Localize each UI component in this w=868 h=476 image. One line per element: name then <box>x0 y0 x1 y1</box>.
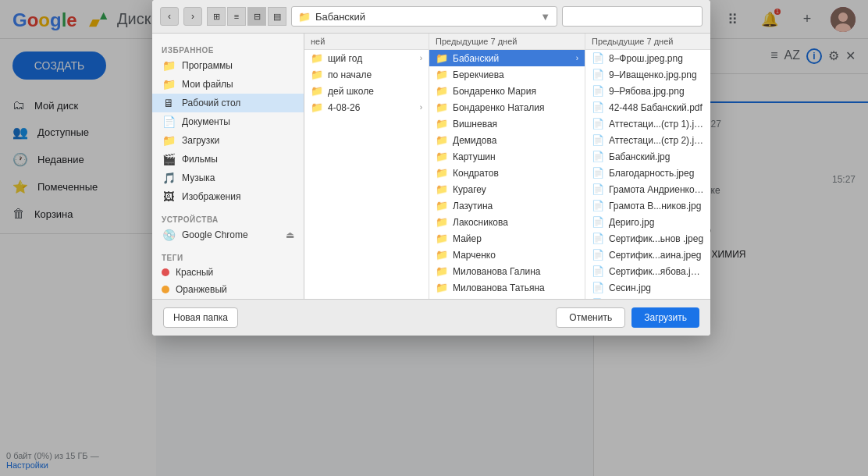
desktop-label: Рабочий стол <box>182 98 240 108</box>
list-item[interactable]: 📄Аттестаци...(стр 1).jpg <box>585 115 710 132</box>
sidebar-music[interactable]: 🎵 Музыка <box>152 169 304 187</box>
list-item[interactable]: 📁Миронова Екатерина <box>429 296 585 299</box>
list-item[interactable]: 📁Лакосникова <box>429 214 585 230</box>
sidebar-myfiles[interactable]: 📁 Мои файлы <box>152 75 304 94</box>
list-item[interactable]: 📄42-448 Бабанский.pdf <box>585 99 710 115</box>
list-item[interactable]: 📁 Бабанский › <box>429 50 585 66</box>
folder-icon: 📁 <box>436 52 448 64</box>
sidebar-programs[interactable]: 📁 Программы <box>152 56 304 75</box>
sidebar-images[interactable]: 🖼 Изображения <box>152 187 304 206</box>
folder-icon: 📁 <box>436 249 448 261</box>
list-item[interactable]: 📁 по началe <box>304 66 429 83</box>
dialog-toolbar: ‹ › ⊞ ≡ ⊟ ▤ 📁 Бабанский ▼ <box>152 0 710 34</box>
list-item[interactable]: 📄9–Рябова.jpg.png <box>585 83 710 99</box>
list-item[interactable]: 📁Бондаренко Мария <box>429 83 585 99</box>
list-item[interactable]: 📁Демидова <box>429 132 585 148</box>
folder-icon: 📁 <box>311 52 323 64</box>
file-icon: 📄 <box>592 52 604 64</box>
list-item[interactable]: 📁 дей школе <box>304 83 429 99</box>
list-item[interactable]: 📄Сесин.jpg <box>585 279 710 296</box>
myfiles-icon: 📁 <box>162 78 176 91</box>
chrome-label: Google Chrome <box>182 229 248 240</box>
new-folder-button[interactable]: Новая папка <box>163 307 238 328</box>
folder-icon: 📁 <box>436 183 448 195</box>
list-item[interactable]: 📁Картушин <box>429 148 585 165</box>
list-item[interactable]: 📁 4-08-26 › <box>304 99 429 115</box>
downloads-label: Загрузки <box>182 135 219 146</box>
list-item[interactable]: 📄Благодарность.jpeg <box>585 165 710 181</box>
dialog-search-input[interactable] <box>562 6 703 27</box>
coverflow-button[interactable]: ▤ <box>268 7 286 26</box>
list-item[interactable]: 📄Сертифик...аина.jpeg <box>585 247 710 263</box>
list-item[interactable]: 📄Сертифик...ьнов .jpeg <box>585 230 710 247</box>
list-item[interactable]: 📁Берекчиева <box>429 66 585 83</box>
grid-view-button[interactable]: ⊞ <box>207 7 226 26</box>
file-icon: 📄 <box>592 151 604 162</box>
list-item[interactable]: 📁Милованова Татьяна <box>429 279 585 296</box>
list-item[interactable]: 📁 щий год › <box>304 50 429 66</box>
documents-label: Документы <box>182 116 230 127</box>
tags-label: ТЕГИ <box>152 250 304 264</box>
forward-button[interactable]: › <box>183 7 202 26</box>
file-icon: 📄 <box>592 69 604 80</box>
eject-icon[interactable]: ⏏ <box>286 229 294 240</box>
sidebar-movies[interactable]: 🎬 Фильмы <box>152 150 304 169</box>
list-item[interactable]: 📁Кондратов <box>429 165 585 181</box>
sidebar-documents[interactable]: 📄 Документы <box>152 112 304 131</box>
list-item[interactable]: 📄Грамота Андриенко.jpg <box>585 181 710 197</box>
list-item[interactable]: 📁Курагеу <box>429 181 585 197</box>
arrow-icon: › <box>576 54 578 62</box>
list-item[interactable]: 📁Лазутина <box>429 197 585 214</box>
dialog-overlay: ‹ › ⊞ ≡ ⊟ ▤ 📁 Бабанский ▼ ИЗБРАННОЕ <box>0 0 868 476</box>
list-item[interactable]: 📄Дериго.jpg <box>585 214 710 230</box>
folder-icon: 📁 <box>436 298 448 299</box>
folder-icon: 📁 <box>436 151 448 162</box>
favorites-label: ИЗБРАННОЕ <box>152 43 304 56</box>
cancel-button[interactable]: Отменить <box>556 307 625 328</box>
file-icon: 📄 <box>592 216 604 228</box>
file-icon: 📄 <box>592 249 604 261</box>
file-icon: 📄 <box>592 183 604 195</box>
list-item[interactable]: 📁Бондаренко Наталия <box>429 99 585 115</box>
sidebar-downloads[interactable]: 📁 Загрузки <box>152 131 304 150</box>
list-item[interactable]: 📁Марченко <box>429 247 585 263</box>
list-view-button[interactable]: ≡ <box>227 7 246 26</box>
list-item[interactable]: 📄Удостоверение 132.jpg <box>585 296 710 299</box>
list-item[interactable]: 📄Сертифик...ябова.jpeg <box>585 263 710 279</box>
list-item[interactable]: 📄8–Фрош.jpeg.png <box>585 50 710 66</box>
list-item[interactable]: 📁Вишневая <box>429 115 585 132</box>
file-icon: 📄 <box>592 134 604 146</box>
sidebar-tag-red[interactable]: Красный <box>152 264 304 281</box>
music-icon: 🎵 <box>162 172 176 184</box>
list-item[interactable]: 📄Грамота В...ников.jpg <box>585 197 710 214</box>
sidebar-chrome[interactable]: 💿 Google Chrome ⏏ <box>152 226 304 244</box>
red-tag-label: Красный <box>176 267 213 278</box>
folder-icon: 📁 <box>436 265 448 277</box>
images-icon: 🖼 <box>162 190 176 203</box>
myfiles-label: Мои файлы <box>182 79 233 90</box>
list-item[interactable]: 📁Майер <box>429 230 585 247</box>
list-item[interactable]: 📁Милованова Галина <box>429 263 585 279</box>
folder-icon: 📁 <box>436 118 448 130</box>
list-item[interactable]: 📄Аттестаци...(стр 2).jpg <box>585 132 710 148</box>
dialog-sidebar: ИЗБРАННОЕ 📁 Программы 📁 Мои файлы 🖥 Рабо… <box>152 34 304 299</box>
folder-icon: 📁 <box>436 167 448 179</box>
file-icon: 📄 <box>592 118 604 130</box>
col2-header: Предыдущие 7 дней <box>429 34 585 50</box>
list-item[interactable]: 📄9–Иващенко.jpg.png <box>585 66 710 83</box>
folder-icon: 📁 <box>436 233 448 244</box>
sidebar-tag-orange[interactable]: Оранжевый <box>152 281 304 298</box>
sidebar-desktop[interactable]: 🖥 Рабочий стол <box>152 94 304 112</box>
movies-label: Фильмы <box>182 154 218 165</box>
file-dialog: ‹ › ⊞ ≡ ⊟ ▤ 📁 Бабанский ▼ ИЗБРАННОЕ <box>152 0 710 336</box>
view-buttons: ⊞ ≡ ⊟ ▤ <box>207 7 286 26</box>
folder-icon: 📁 <box>436 200 448 211</box>
column-view-button[interactable]: ⊟ <box>247 7 266 26</box>
upload-button[interactable]: Загрузить <box>631 307 699 328</box>
dialog-body: ИЗБРАННОЕ 📁 Программы 📁 Мои файлы 🖥 Рабо… <box>152 34 710 299</box>
dialog-footer: Новая папка Отменить Загрузить <box>152 299 710 336</box>
back-button[interactable]: ‹ <box>160 7 179 26</box>
folder-icon: 📁 <box>311 69 323 80</box>
tags-section: ТЕГИ Красный Оранжевый <box>152 247 304 299</box>
list-item[interactable]: 📄Бабанский.jpg <box>585 148 710 165</box>
